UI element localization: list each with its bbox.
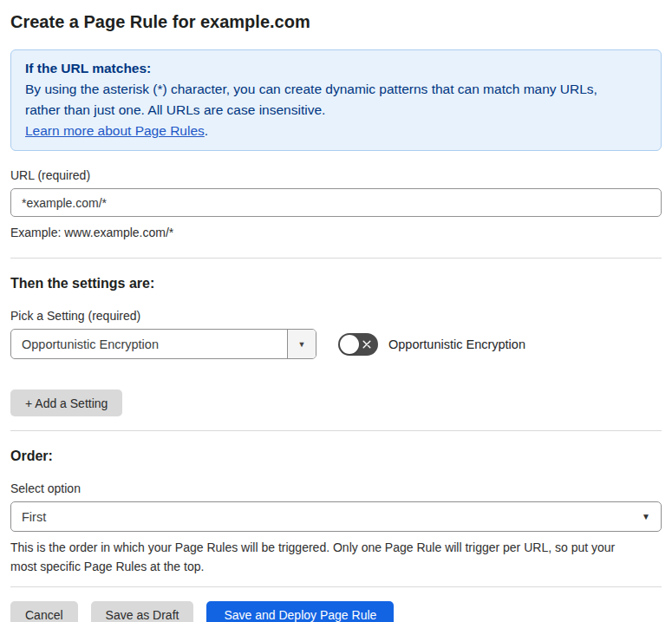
pick-setting-label: Pick a Setting (required) [10, 309, 662, 323]
cancel-button[interactable]: Cancel [10, 601, 78, 622]
url-input[interactable] [10, 188, 662, 217]
info-box-body-line: rather than just one. All URLs are case … [25, 100, 647, 121]
order-helper-line: most specific Page Rules at the top. [10, 557, 662, 576]
page-rule-form: Create a Page Rule for example.com If th… [0, 12, 672, 622]
info-box-heading: If the URL matches: [25, 58, 647, 79]
order-helper-text: This is the order in which your Page Rul… [10, 538, 662, 576]
setting-row: Opportunistic Encryption ▼ Opportunistic… [10, 329, 662, 359]
divider [10, 258, 662, 259]
order-select-label: Select option [10, 481, 662, 495]
info-box-link-line: Learn more about Page Rules. [25, 121, 647, 141]
settings-section-heading: Then the settings are: [10, 276, 662, 291]
opportunistic-encryption-toggle[interactable] [338, 333, 378, 356]
learn-more-link[interactable]: Learn more about Page Rules [25, 123, 205, 138]
url-field-label: URL (required) [10, 168, 662, 182]
save-as-draft-button[interactable]: Save as Draft [91, 601, 194, 622]
toggle-x-icon [362, 339, 372, 350]
select-chevron-icon: ▼ [642, 512, 650, 521]
order-select-value: First [22, 510, 46, 524]
order-select[interactable]: First ▼ [10, 501, 662, 532]
setting-select-value: Opportunistic Encryption [11, 330, 287, 358]
setting-select[interactable]: Opportunistic Encryption ▼ [10, 329, 316, 359]
divider [10, 430, 662, 431]
add-setting-button[interactable]: + Add a Setting [10, 390, 122, 416]
toggle-label: Opportunistic Encryption [388, 337, 525, 351]
url-matches-info-box: If the URL matches: By using the asteris… [10, 49, 662, 151]
toggle-knob [340, 335, 359, 354]
dropdown-arrow-icon[interactable]: ▼ [287, 330, 316, 358]
info-box-body-line: By using the asterisk (*) character, you… [25, 79, 647, 100]
order-section-heading: Order: [10, 448, 662, 464]
order-helper-line: This is the order in which your Page Rul… [10, 538, 662, 557]
footer-actions: Cancel Save as Draft Save and Deploy Pag… [10, 601, 662, 622]
save-and-deploy-button[interactable]: Save and Deploy Page Rule [206, 601, 394, 622]
page-title: Create a Page Rule for example.com [10, 12, 662, 32]
link-period: . [205, 123, 208, 138]
url-example-helper: Example: www.example.com/* [10, 223, 662, 242]
divider [10, 586, 662, 587]
